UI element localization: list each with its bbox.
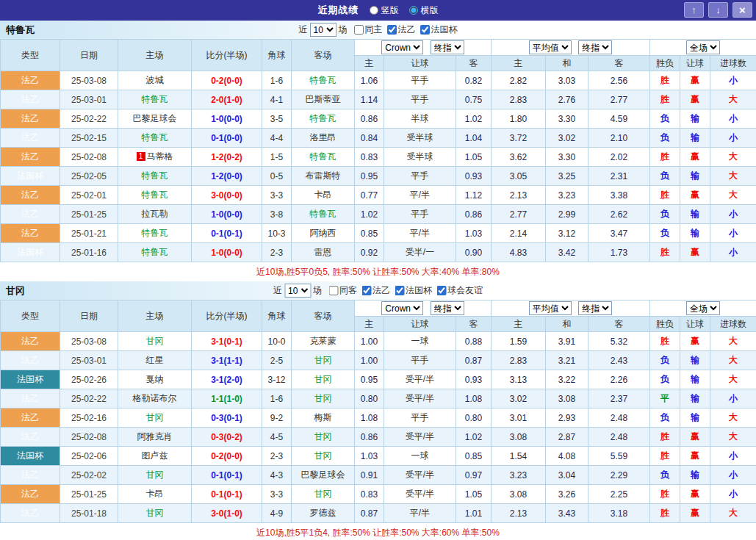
home-team[interactable]: 甘冈: [146, 336, 164, 346]
layout-radio-vertical[interactable]: 竖版: [370, 4, 399, 17]
filter-checkbox[interactable]: 法乙: [387, 24, 416, 36]
filter-checkbox[interactable]: 法国杯: [420, 24, 458, 36]
score-cell[interactable]: 0-1(0-1): [192, 224, 262, 243]
away-team[interactable]: 巴斯蒂亚: [306, 94, 341, 104]
avg-away-odds: 2.37: [588, 389, 650, 408]
score-cell[interactable]: 0-1(0-1): [192, 485, 262, 504]
score-cell[interactable]: 3-1(0-1): [192, 332, 262, 351]
home-team[interactable]: 巴黎足球会: [133, 113, 177, 123]
score-cell[interactable]: 1-0(0-0): [192, 243, 262, 262]
score-cell[interactable]: 2-0(1-0): [192, 90, 262, 109]
handicap-away-odds: 0.90: [456, 243, 492, 262]
away-team[interactable]: 雷恩: [314, 247, 332, 257]
away-team[interactable]: 甘冈: [314, 374, 332, 384]
scope-select[interactable]: 全场: [686, 40, 720, 54]
home-team[interactable]: 波城: [146, 75, 164, 85]
close-icon[interactable]: ×: [732, 2, 752, 18]
layout-radio-horizontal[interactable]: 横版: [409, 4, 439, 17]
away-team[interactable]: 甘冈: [314, 355, 332, 365]
score-cell[interactable]: 0-1(0-1): [192, 466, 262, 485]
filter-checkbox[interactable]: 法乙: [361, 284, 390, 297]
handicap-home-odds: 0.86: [355, 109, 384, 129]
away-team[interactable]: 卡昂: [314, 190, 332, 200]
away-team[interactable]: 梅斯: [314, 412, 332, 422]
filter-checkbox[interactable]: 同客: [328, 284, 357, 297]
score-cell[interactable]: 1-2(0-0): [192, 167, 262, 186]
window-controls: ↑ ↓ ×: [684, 2, 752, 18]
europe-index-select[interactable]: 终指: [578, 301, 612, 315]
score-cell[interactable]: 1-2(0-2): [192, 148, 262, 167]
score-cell[interactable]: 0-2(0-0): [192, 71, 262, 90]
radio-horizontal-input[interactable]: [409, 6, 418, 15]
away-team[interactable]: 克莱蒙: [310, 336, 336, 346]
away-team[interactable]: 甘冈: [314, 393, 332, 403]
away-team[interactable]: 洛里昂: [310, 132, 336, 143]
home-team[interactable]: 特鲁瓦: [142, 94, 168, 104]
score-cell[interactable]: 0-3(0-1): [192, 408, 262, 428]
bookmaker-select[interactable]: Crown: [381, 301, 423, 315]
average-select[interactable]: 平均值: [529, 301, 572, 315]
away-team[interactable]: 甘冈: [314, 450, 332, 461]
home-team[interactable]: 特鲁瓦: [142, 170, 168, 181]
home-team[interactable]: 特鲁瓦: [142, 190, 168, 200]
away-team[interactable]: 特鲁瓦: [310, 151, 336, 162]
away-team[interactable]: 特鲁瓦: [310, 75, 336, 85]
handicap-index-select[interactable]: 终指: [431, 301, 464, 315]
score-cell[interactable]: 0-2(0-0): [192, 447, 262, 466]
score-cell[interactable]: 1-0(0-0): [192, 205, 262, 224]
scroll-up-icon[interactable]: ↑: [684, 2, 704, 18]
score-cell[interactable]: 1-1(1-0): [192, 389, 262, 408]
home-team[interactable]: 特鲁瓦: [142, 228, 168, 238]
radio-vertical-input[interactable]: [370, 6, 378, 15]
away-team[interactable]: 特鲁瓦: [310, 209, 336, 219]
scroll-down-icon[interactable]: ↓: [708, 2, 728, 18]
home-team[interactable]: 特鲁瓦: [142, 132, 168, 143]
home-team[interactable]: 红星: [146, 355, 164, 365]
match-count-select[interactable]: 10: [284, 284, 311, 298]
score-cell[interactable]: 0-1(0-0): [192, 129, 262, 148]
away-team[interactable]: 布雷斯特: [306, 170, 341, 181]
filter-checkbox[interactable]: 球会友谊: [436, 284, 483, 297]
average-select[interactable]: 平均值: [529, 40, 572, 54]
score-cell[interactable]: 0-3(0-2): [192, 428, 262, 447]
home-team[interactable]: 特鲁瓦: [142, 247, 168, 257]
away-team[interactable]: 罗德兹: [310, 508, 336, 518]
away-team[interactable]: 特鲁瓦: [310, 113, 336, 123]
score-cell[interactable]: 3-0(1-0): [192, 504, 262, 523]
away-team[interactable]: 甘冈: [314, 489, 332, 499]
filter-checkbox[interactable]: 法国杯: [395, 284, 432, 297]
score-cell[interactable]: 3-0(0-0): [192, 186, 262, 205]
checkbox-input[interactable]: [395, 286, 404, 295]
away-team[interactable]: 阿纳西: [310, 228, 336, 238]
handicap-index-select[interactable]: 终指: [431, 40, 464, 54]
checkbox-input[interactable]: [328, 286, 338, 295]
checkbox-input[interactable]: [387, 25, 397, 35]
score-cell[interactable]: 3-1(1-1): [192, 351, 262, 370]
home-team[interactable]: 拉瓦勒: [142, 209, 168, 219]
filter-checkbox[interactable]: 同主: [354, 24, 383, 36]
match-count-select[interactable]: 10: [310, 23, 336, 37]
away-team[interactable]: 巴黎足球会: [301, 469, 345, 480]
home-team[interactable]: 阿雅克肖: [137, 431, 173, 442]
home-team[interactable]: 戛纳: [146, 374, 164, 384]
home-team[interactable]: 甘冈: [146, 508, 164, 518]
score-cell[interactable]: 3-1(2-0): [192, 370, 262, 389]
home-team[interactable]: 马蒂格: [147, 151, 173, 162]
checkbox-input[interactable]: [361, 286, 371, 295]
checkbox-input[interactable]: [436, 286, 446, 295]
score-cell[interactable]: 1-0(0-0): [192, 109, 262, 129]
home-team[interactable]: 卡昂: [146, 489, 164, 499]
home-team[interactable]: 甘冈: [146, 412, 164, 422]
handicap-away-odds: 0.87: [456, 351, 492, 370]
home-team[interactable]: 图卢兹: [142, 450, 168, 461]
avg-away-odds: 2.77: [588, 90, 650, 109]
checkbox-input[interactable]: [354, 25, 364, 35]
europe-index-select[interactable]: 终指: [578, 40, 612, 54]
home-team[interactable]: 格勒诺布尔: [133, 393, 177, 403]
home-team[interactable]: 甘冈: [146, 469, 164, 480]
avg-home-odds: 3.72: [492, 129, 546, 148]
checkbox-input[interactable]: [420, 25, 430, 35]
away-team[interactable]: 甘冈: [314, 431, 332, 442]
scope-select[interactable]: 全场: [686, 301, 720, 315]
bookmaker-select[interactable]: Crown: [381, 40, 423, 54]
